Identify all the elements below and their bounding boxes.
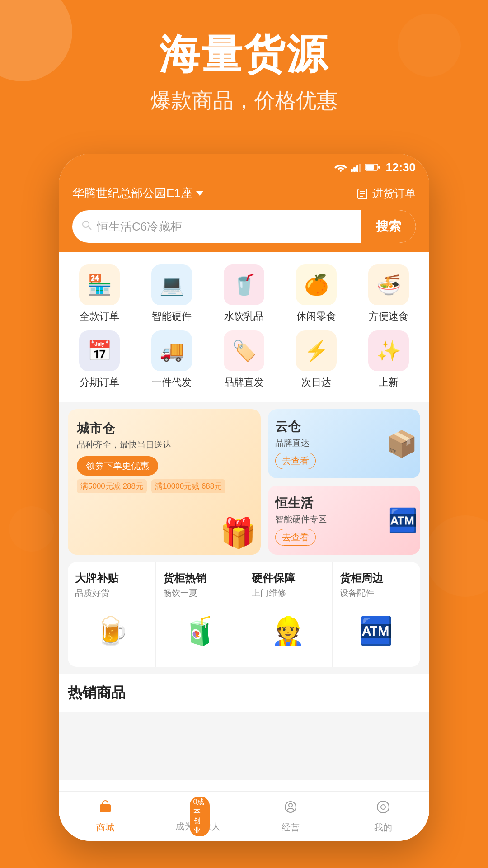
cloud-warehouse-icon: 📦 (386, 429, 418, 459)
svg-line-13 (88, 226, 91, 230)
banner-left[interactable]: 城市仓 品种齐全，最快当日送达 领券下单更优惠 满5000元减 288元 满10… (68, 409, 261, 555)
category-label-5: 方便速食 (369, 310, 408, 323)
category-item-3[interactable]: 🥤 水饮乳品 (212, 264, 276, 323)
category-item-7[interactable]: 🚚 一件代发 (140, 330, 203, 389)
category-item-9[interactable]: ⚡ 次日达 (285, 330, 348, 389)
product-card-1[interactable]: 大牌补贴 品质好货 🍺 (68, 562, 156, 667)
vending-machine-icon: 🏧 (388, 506, 418, 534)
banner-cloud[interactable]: 云仓 品牌直达 去查看 📦 (268, 409, 420, 478)
nav-manage[interactable]: 经营 (244, 799, 337, 834)
bottom-nav: 商城 0成本创业 成为合伙人 经营 (59, 791, 429, 841)
category-section: 🏪 全款订单 💻 智能硬件 🥤 水饮乳品 🍊 休闲零食 🍜 方便速 (59, 252, 429, 402)
category-item-6[interactable]: 📅 分期订单 (68, 330, 131, 389)
hero-section: 海量货源 爆款商品，价格优惠 (0, 27, 488, 115)
svg-rect-7 (378, 166, 380, 169)
category-icon-6: 📅 (79, 330, 120, 371)
manage-icon (282, 799, 299, 819)
card-image-3: 👷 (252, 604, 325, 658)
gift-icon: 🎁 (220, 516, 256, 550)
svg-point-20 (381, 805, 385, 809)
card-sub-3: 上门维修 (252, 587, 325, 599)
search-bar[interactable]: 恒生活C6冷藏柜 搜索 (72, 210, 416, 243)
svg-rect-6 (366, 165, 374, 170)
category-icon-3: 🥤 (224, 264, 264, 305)
mine-icon (375, 799, 391, 819)
search-input[interactable]: 恒生活C6冷藏柜 (97, 219, 361, 235)
banner-left-subtitle: 品种齐全，最快当日送达 (77, 439, 252, 451)
category-label-4: 休闲零食 (296, 310, 336, 323)
category-row-2: 📅 分期订单 🚚 一件代发 🏷️ 品牌直发 ⚡ 次日达 ✨ 上新 (59, 327, 429, 393)
category-icon-2: 💻 (151, 264, 192, 305)
signal-icon (351, 163, 361, 172)
category-label-2: 智能硬件 (152, 310, 192, 323)
hot-title: 热销商品 (68, 683, 420, 703)
card-image-2: 🧃 (163, 604, 236, 658)
nav-mine-label: 我的 (374, 821, 392, 834)
svg-point-19 (377, 801, 389, 813)
category-label-8: 品牌直发 (224, 376, 264, 389)
category-item-1[interactable]: 🏪 全款订单 (68, 264, 131, 323)
chevron-down-icon (196, 191, 203, 196)
card-sub-2: 畅饮一夏 (163, 587, 236, 599)
category-icon-10: ✨ (368, 330, 409, 371)
product-card-4[interactable]: 货柜周边 设备配件 🏧 (333, 562, 420, 667)
phone-frame: 12:30 华腾世纪总部公园E1座 进货订单 (59, 154, 429, 841)
location-area[interactable]: 华腾世纪总部公园E1座 (72, 185, 203, 201)
category-item-5[interactable]: 🍜 方便速食 (357, 264, 420, 323)
banner-section: 城市仓 品种齐全，最快当日送达 领券下单更优惠 满5000元减 288元 满10… (59, 409, 429, 562)
card-sub-1: 品质好货 (75, 587, 148, 599)
status-bar: 12:30 (59, 154, 429, 181)
card-title-2: 货柜热销 (163, 571, 236, 585)
battery-icon (365, 163, 380, 171)
hot-products-section: 热销商品 (59, 674, 429, 712)
status-icons (334, 163, 380, 172)
search-section: 恒生活C6冷藏柜 搜索 (59, 210, 429, 252)
banner-right: 云仓 品牌直达 去查看 📦 恒生活 智能硬件专区 去查看 🏧 (268, 409, 420, 555)
banner-cloud-link[interactable]: 去查看 (275, 453, 316, 469)
mall-icon (97, 799, 113, 819)
search-button[interactable]: 搜索 (361, 210, 416, 243)
hero-title: 海量货源 (0, 27, 488, 82)
category-label-10: 上新 (379, 376, 399, 389)
banner-hengshenghuo[interactable]: 恒生活 智能硬件专区 去查看 🏧 (268, 486, 420, 555)
card-image-1: 🍺 (75, 604, 148, 658)
svg-rect-2 (353, 167, 356, 172)
promo-tag-2: 满10000元减 688元 (151, 479, 225, 493)
category-item-4[interactable]: 🍊 休闲零食 (285, 264, 348, 323)
card-sub-4: 设备配件 (340, 587, 413, 599)
svg-rect-4 (359, 164, 361, 172)
svg-rect-14 (100, 804, 111, 812)
category-label-1: 全款订单 (80, 310, 119, 323)
nav-partner[interactable]: 0成本创业 成为合伙人 (151, 800, 244, 833)
banner-left-title: 城市仓 (77, 420, 252, 437)
nav-mall[interactable]: 商城 (59, 799, 151, 834)
partner-badge: 0成本创业 (190, 797, 210, 836)
category-icon-9: ⚡ (296, 330, 337, 371)
location-text: 华腾世纪总部公园E1座 (72, 185, 192, 201)
order-label: 进货订单 (372, 186, 416, 201)
svg-rect-3 (356, 165, 358, 172)
product-card-2[interactable]: 货柜热销 畅饮一夏 🧃 (156, 562, 244, 667)
hero-subtitle: 爆款商品，价格优惠 (0, 87, 488, 115)
search-icon (81, 220, 92, 234)
category-item-2[interactable]: 💻 智能硬件 (140, 264, 203, 323)
banner-hsh-link[interactable]: 去查看 (275, 529, 316, 546)
category-icon-7: 🚚 (151, 330, 192, 371)
order-button[interactable]: 进货订单 (356, 186, 416, 201)
svg-point-0 (340, 170, 342, 172)
product-card-3[interactable]: 硬件保障 上门维修 👷 (244, 562, 333, 667)
nav-manage-label: 经营 (282, 821, 300, 834)
category-icon-8: 🏷️ (224, 330, 264, 371)
nav-mine[interactable]: 我的 (337, 799, 429, 834)
category-item-8[interactable]: 🏷️ 品牌直发 (212, 330, 276, 389)
category-row-1: 🏪 全款订单 💻 智能硬件 🥤 水饮乳品 🍊 休闲零食 🍜 方便速 (59, 261, 429, 327)
category-icon-1: 🏪 (79, 264, 120, 305)
banner-left-btn[interactable]: 领券下单更优惠 (77, 456, 158, 476)
top-bar: 华腾世纪总部公园E1座 进货订单 (59, 181, 429, 210)
status-time: 12:30 (386, 160, 416, 175)
partner-icon-wrap: 0成本创业 (190, 800, 206, 818)
category-item-10[interactable]: ✨ 上新 (357, 330, 420, 389)
card-title-4: 货柜周边 (340, 571, 413, 585)
nav-mall-label: 商城 (96, 821, 114, 834)
svg-point-12 (83, 221, 89, 227)
